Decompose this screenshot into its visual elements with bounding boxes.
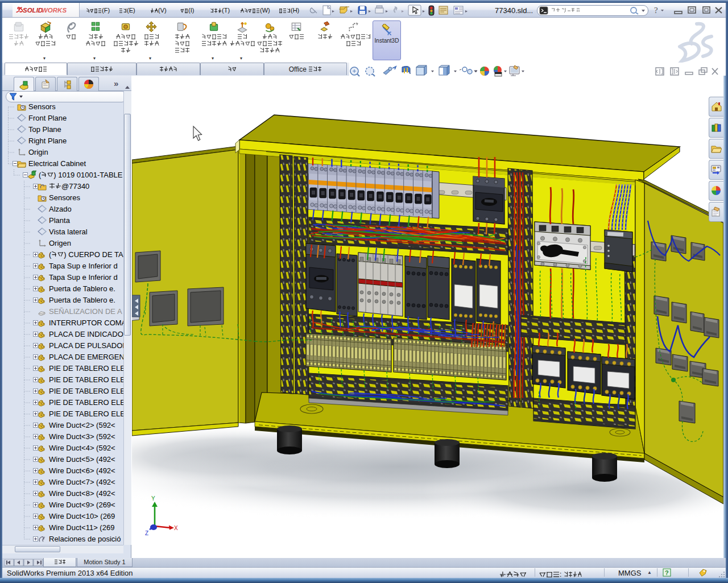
svg-text:WORKS: WORKS [42, 7, 67, 14]
svg-text:SOLID: SOLID [23, 7, 43, 14]
svg-text:77340.sld...: 77340.sld... [495, 6, 533, 15]
svg-text:X: X [174, 525, 178, 531]
svg-text:Z: Z [145, 530, 148, 536]
svg-text:Y: Y [151, 495, 155, 502]
svg-text:?: ? [654, 6, 658, 15]
svg-text:?: ? [665, 569, 669, 576]
